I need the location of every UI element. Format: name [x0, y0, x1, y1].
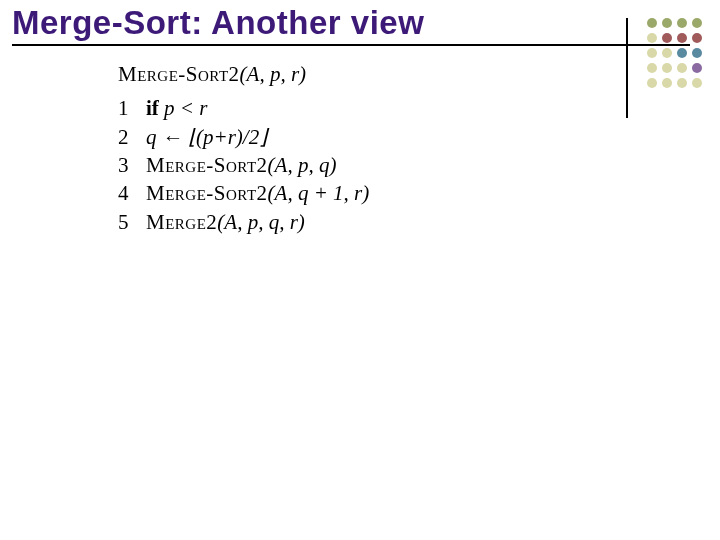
decorative-dot	[647, 63, 657, 73]
algorithm-line: 3Merge-Sort2(A, p, q)	[118, 151, 369, 179]
algorithm-name: Merge-Sort2	[118, 62, 240, 86]
decorative-dot	[662, 63, 672, 73]
decorative-dot	[647, 18, 657, 28]
algorithm-signature: Merge-Sort2(A, p, r)	[118, 60, 369, 88]
decorative-dot	[692, 78, 702, 88]
decorative-dot	[647, 48, 657, 58]
algorithm-line: 1if p < r	[118, 94, 369, 122]
line-number: 5	[118, 208, 146, 236]
line-content: Merge-Sort2(A, p, q)	[146, 151, 369, 179]
decorative-dot	[677, 48, 687, 58]
line-number: 3	[118, 151, 146, 179]
dot-row	[647, 18, 702, 28]
line-content: Merge2(A, p, q, r)	[146, 208, 369, 236]
algorithm-line: 5Merge2(A, p, q, r)	[118, 208, 369, 236]
decorative-dot	[692, 63, 702, 73]
decorative-dot	[677, 18, 687, 28]
decorative-dot	[677, 63, 687, 73]
algorithm-line: 4Merge-Sort2(A, q + 1, r)	[118, 179, 369, 207]
decorative-dot	[692, 48, 702, 58]
algorithm-lines: 1if p < r2q ← ⌊(p+r)/2⌋3Merge-Sort2(A, p…	[118, 94, 369, 236]
decorative-dot	[677, 33, 687, 43]
decorative-dot	[662, 18, 672, 28]
line-number: 2	[118, 123, 146, 151]
line-content: Merge-Sort2(A, q + 1, r)	[146, 179, 369, 207]
dot-row	[647, 33, 702, 43]
algorithm-line: 2q ← ⌊(p+r)/2⌋	[118, 123, 369, 151]
line-content: q ← ⌊(p+r)/2⌋	[146, 123, 369, 151]
decorative-dot	[692, 33, 702, 43]
slide-title: Merge-Sort: Another view	[12, 4, 424, 41]
decorative-dot	[662, 78, 672, 88]
decorative-dot	[692, 18, 702, 28]
line-number: 4	[118, 179, 146, 207]
algorithm-block: Merge-Sort2(A, p, r) 1if p < r2q ← ⌊(p+r…	[118, 60, 369, 236]
decorative-dot	[662, 33, 672, 43]
decorative-dot	[677, 78, 687, 88]
decorative-dot	[647, 33, 657, 43]
line-content: if p < r	[146, 94, 369, 122]
line-number: 1	[118, 94, 146, 122]
dot-row	[647, 48, 702, 58]
vertical-separator	[626, 18, 628, 118]
decorative-dot	[662, 48, 672, 58]
title-bar: Merge-Sort: Another view	[12, 4, 690, 46]
dot-row	[647, 63, 702, 73]
corner-dot-grid	[647, 18, 702, 93]
decorative-dot	[647, 78, 657, 88]
algorithm-args: (A, p, r)	[240, 62, 307, 86]
dot-row	[647, 78, 702, 88]
